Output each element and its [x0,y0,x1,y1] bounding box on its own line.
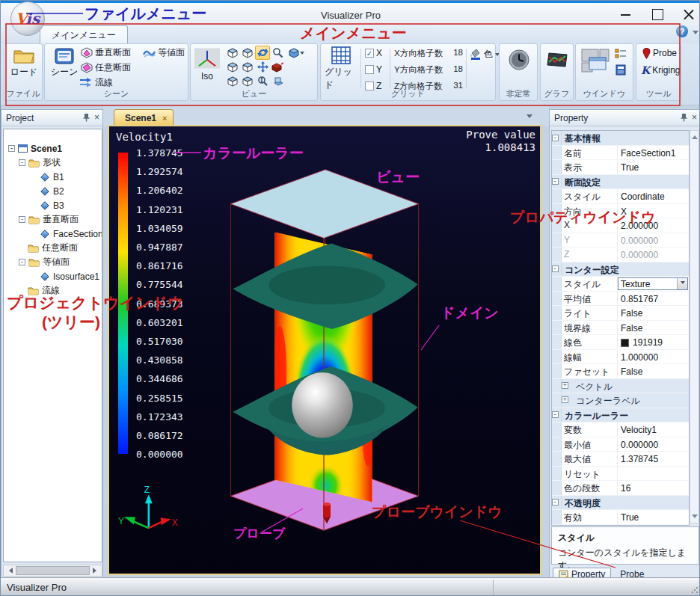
property-row-style[interactable]: スタイルCoordinate [552,189,689,204]
viewport-3d[interactable]: Z Y X Velocity1 Prove value 1.008413 1.3… [108,125,541,575]
tab-main-menu[interactable]: メインメニュー [40,25,128,43]
grid-button[interactable]: グリッド [325,46,357,91]
property-row-average[interactable]: 平均値0.851767 [552,292,689,307]
iso-view-button[interactable]: Iso [192,47,222,82]
property-row-reset[interactable]: リセット [552,467,689,482]
tree-item-shape[interactable]: -形状 [4,156,102,170]
tree-item-b3[interactable]: B3 [4,198,102,212]
pin-icon[interactable] [83,113,90,122]
grid-color-button[interactable]: 色 [470,47,500,61]
scrollbar-thumb[interactable] [16,566,90,575]
property-row-steps[interactable]: 色の段数16 [552,481,689,496]
collapse-icon[interactable]: - [19,216,25,223]
property-row-direction[interactable]: 方向X [552,204,689,219]
scene-button[interactable]: シーン [49,48,79,79]
tree-item-vertical-section[interactable]: -垂直断面 [4,212,102,227]
maximize-button[interactable] [651,9,663,19]
property-row-boundary[interactable]: 境界線False [552,321,689,336]
collapse-icon[interactable]: - [19,159,25,166]
pan-view-button[interactable] [255,60,270,74]
solid-view-dropdown-button[interactable] [286,46,307,60]
resize-grip[interactable] [691,586,699,594]
tree-item-arbitrary-section[interactable]: 任意断面 [4,241,102,255]
combo-dropdown-icon[interactable] [677,278,687,289]
style-combobox[interactable]: Texture [618,277,688,290]
property-row-y[interactable]: Y0.000000 [552,233,689,248]
tab-scene1[interactable]: Scene1× [114,109,174,126]
property-group-basic[interactable]: -基本情報 [552,131,689,146]
zoom-window-button[interactable] [270,46,285,60]
project-horizontal-scrollbar[interactable] [3,565,102,577]
tree-item-streamline[interactable]: 流線 [4,283,102,298]
close-panel-icon[interactable]: × [94,113,99,122]
zoom-extent-button[interactable] [255,74,270,88]
view-cube-front-button[interactable] [225,46,240,60]
expand-icon[interactable]: + [562,396,568,403]
view-cube-left-button[interactable] [225,60,240,74]
vertical-section-button[interactable]: 垂直断面 [81,46,131,59]
collapse-icon[interactable]: - [19,259,25,265]
property-row-z[interactable]: Z0.000000 [552,248,689,262]
view-cube-right-button[interactable] [240,60,255,74]
clip-box-button[interactable] [270,60,285,74]
property-scrollbar[interactable] [690,130,699,523]
window-list-button[interactable] [613,46,628,61]
pin-icon[interactable] [681,113,687,122]
tree-item-facesection1[interactable]: FaceSection1 [4,227,102,241]
tree-item-scene1[interactable]: -Scene1 [4,141,102,156]
property-row-line-color[interactable]: 線色191919 [552,335,689,350]
scroll-left-icon[interactable] [4,565,15,576]
scroll-up-icon[interactable] [692,132,698,139]
view-cube-bottom-button[interactable] [240,74,255,88]
streamline-button[interactable]: 流線 [79,76,113,89]
tree-item-isosurface-folder[interactable]: -等値面 [4,255,102,269]
probe-marker[interactable] [323,504,331,517]
collapse-icon[interactable]: - [552,178,559,185]
collapse-icon[interactable]: - [552,411,559,418]
collapse-icon[interactable]: - [552,135,559,141]
property-row-facet[interactable]: ファセットFalse [552,364,689,379]
close-button[interactable] [683,9,695,19]
rotate-view-button[interactable] [255,46,270,60]
tree-item-b1[interactable]: B1 [4,170,102,184]
collapse-icon[interactable]: - [8,145,15,152]
help-icon[interactable]: ? [676,25,688,37]
arbitrary-section-button[interactable]: 任意断面 [81,61,131,74]
collapse-icon[interactable]: - [552,499,559,506]
property-subgroup-contour-label[interactable]: +コンターラベル [552,393,689,408]
property-row-max[interactable]: 最大値1.378745 [552,452,689,467]
transient-button[interactable] [508,49,530,71]
collapse-icon[interactable]: - [552,265,559,272]
property-row-light[interactable]: ライトFalse [552,306,689,321]
property-group-color-ruler[interactable]: -カラールーラー [552,408,689,423]
property-row-min[interactable]: 最小値0.000000 [552,437,689,452]
property-row-x[interactable]: X2.000000 [552,218,689,233]
graph-button[interactable] [546,52,568,68]
property-row-contour-style[interactable]: スタイルTexture [552,277,689,292]
load-button[interactable]: ロード [7,46,41,79]
grid-y-checkbox[interactable]: Y [365,63,382,76]
tab-list-dropdown-icon[interactable] [526,114,532,121]
window-layout-button[interactable] [580,49,610,73]
grid-x-checkbox[interactable]: ✓X [365,46,382,60]
window-document-button[interactable] [613,63,628,77]
grid-count-x[interactable]: X方向格子数18 [394,48,463,59]
scroll-right-icon[interactable] [90,565,102,576]
tree-item-isosurface1[interactable]: Isosurface1 [4,269,102,283]
property-row-line-width[interactable]: 線幅1.000000 [552,350,689,365]
view-cube-top-button[interactable] [225,74,240,88]
close-panel-icon[interactable]: × [692,113,697,122]
scroll-down-icon[interactable] [692,514,698,521]
property-row-enabled[interactable]: 有効True [552,510,689,525]
property-row-name[interactable]: 名前FaceSection1 [552,146,689,161]
property-group-opacity[interactable]: -不透明度 [552,496,689,511]
property-group-contour[interactable]: -コンター設定 [552,262,689,277]
app-logo-file-menu-button[interactable]: Vis [10,1,45,36]
expand-icon[interactable]: + [562,382,568,389]
property-row-display[interactable]: 表示True [552,160,689,175]
kriging-tool-button[interactable]: K Kriging [641,64,681,77]
help-dropdown-icon[interactable] [693,31,699,37]
property-row-variable[interactable]: 変数Velocity1 [552,423,689,437]
minimize-button[interactable] [620,9,632,19]
grid-count-y[interactable]: Y方向格子数18 [394,64,463,76]
